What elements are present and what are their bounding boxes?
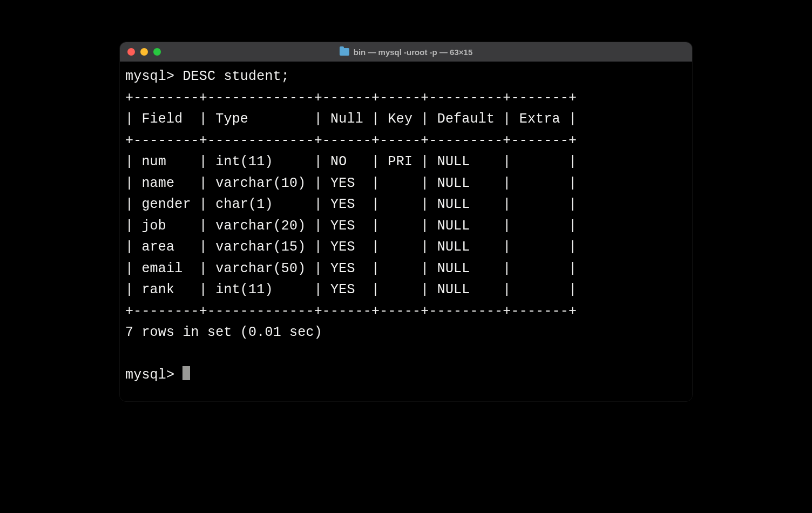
minimize-icon[interactable] bbox=[140, 48, 148, 56]
folder-icon bbox=[340, 48, 349, 56]
table-border: +--------+-------------+------+-----+---… bbox=[125, 133, 577, 148]
command-text: DESC student; bbox=[182, 69, 289, 84]
terminal-body[interactable]: mysql> DESC student; +--------+---------… bbox=[120, 62, 692, 401]
close-icon[interactable] bbox=[127, 48, 135, 56]
table-row: | job | varchar(20) | YES | | NULL | | bbox=[125, 218, 577, 234]
table-row: | email | varchar(50) | YES | | NULL | | bbox=[125, 261, 577, 276]
window-title-text: bin — mysql -uroot -p — 63×15 bbox=[354, 48, 472, 57]
table-row: | name | varchar(10) | YES | | NULL | | bbox=[125, 176, 577, 191]
summary-text: 7 rows in set (0.01 sec) bbox=[125, 325, 322, 340]
window-title: bin — mysql -uroot -p — 63×15 bbox=[120, 48, 692, 57]
table-row: | rank | int(11) | YES | | NULL | | bbox=[125, 282, 577, 298]
table-row: | num | int(11) | NO | PRI | NULL | | bbox=[125, 154, 577, 170]
table-header: | Field | Type | Null | Key | Default | … bbox=[125, 111, 577, 127]
table-border: +--------+-------------+------+-----+---… bbox=[125, 90, 577, 106]
table-row: | area | varchar(15) | YES | | NULL | | bbox=[125, 239, 577, 255]
terminal-window: bin — mysql -uroot -p — 63×15 mysql> DES… bbox=[120, 42, 692, 401]
titlebar[interactable]: bin — mysql -uroot -p — 63×15 bbox=[120, 42, 692, 62]
cursor-icon bbox=[182, 366, 190, 380]
traffic-lights bbox=[127, 48, 161, 56]
table-border: +--------+-------------+------+-----+---… bbox=[125, 303, 577, 319]
prompt: mysql> bbox=[125, 367, 182, 383]
table-row: | gender | char(1) | YES | | NULL | | bbox=[125, 197, 577, 212]
maximize-icon[interactable] bbox=[153, 48, 161, 56]
prompt: mysql> bbox=[125, 69, 182, 84]
